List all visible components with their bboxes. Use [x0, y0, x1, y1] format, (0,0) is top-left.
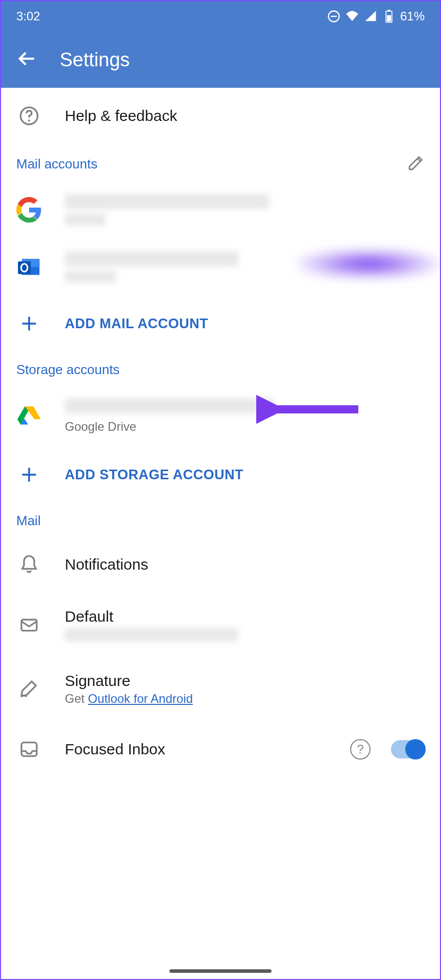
signature-sublabel: Get Outlook for Android [65, 692, 425, 706]
add-mail-label: ADD MAIL ACCOUNT [65, 316, 208, 332]
svg-rect-3 [388, 10, 390, 12]
help-feedback-row[interactable]: Help & feedback [1, 88, 440, 144]
gdrive-account-row[interactable]: Google Drive [1, 385, 440, 447]
mail-icon [16, 612, 42, 638]
do-not-disturb-icon [327, 9, 341, 23]
outlook-icon [16, 254, 42, 280]
nav-indicator [169, 969, 272, 973]
battery-icon [382, 9, 396, 23]
storage-accounts-title: Storage accounts [16, 362, 119, 378]
back-button[interactable] [16, 48, 37, 71]
plus-icon [16, 462, 42, 487]
edit-accounts-button[interactable] [407, 154, 425, 174]
svg-rect-4 [387, 15, 391, 21]
google-icon [16, 197, 42, 223]
default-row[interactable]: Default [1, 593, 440, 657]
storage-accounts-header: Storage accounts [1, 352, 440, 385]
app-header: Settings [1, 32, 440, 88]
google-account-row[interactable] [1, 181, 440, 238]
default-label: Default [65, 608, 425, 625]
outlook-android-link[interactable]: Outlook for Android [88, 692, 192, 705]
pencil-icon [407, 154, 425, 172]
focused-inbox-row[interactable]: Focused Inbox ? [1, 721, 440, 777]
mail-section-title: Mail [16, 513, 41, 529]
notifications-label: Notifications [65, 556, 425, 573]
svg-rect-17 [21, 620, 37, 631]
mail-section-header: Mail [1, 503, 440, 536]
page-title: Settings [60, 49, 130, 71]
bell-icon [16, 552, 42, 577]
settings-content: Help & feedback Mail accounts ADD MAIL A… [1, 88, 440, 979]
google-account-text [65, 194, 425, 226]
svg-point-7 [28, 119, 30, 121]
outlook-account-text [65, 251, 425, 283]
add-mail-account-button[interactable]: ADD MAIL ACCOUNT [1, 296, 440, 352]
add-storage-label: ADD STORAGE ACCOUNT [65, 467, 243, 483]
signature-icon [16, 676, 42, 702]
default-value-redacted [65, 628, 238, 642]
status-icons: 61% [327, 9, 425, 23]
notifications-row[interactable]: Notifications [1, 536, 440, 593]
mail-accounts-title: Mail accounts [16, 156, 97, 172]
focused-help-button[interactable]: ? [350, 739, 371, 760]
google-drive-icon [16, 403, 42, 429]
signature-label: Signature [65, 672, 425, 690]
focused-toggle[interactable] [391, 740, 425, 758]
help-label: Help & feedback [65, 107, 425, 125]
inbox-icon [16, 737, 42, 762]
signature-row[interactable]: Signature Get Outlook for Android [1, 657, 440, 721]
mail-accounts-header: Mail accounts [1, 144, 440, 181]
status-time: 3:02 [16, 9, 40, 23]
signal-icon [363, 9, 378, 23]
gdrive-sublabel: Google Drive [65, 420, 425, 434]
battery-percent: 61% [400, 9, 425, 23]
add-storage-account-button[interactable]: ADD STORAGE ACCOUNT [1, 447, 440, 503]
plus-icon [16, 311, 42, 336]
status-bar: 3:02 61% [1, 1, 440, 32]
help-icon [16, 103, 42, 129]
gdrive-email-redacted [65, 398, 274, 413]
focused-label: Focused Inbox [65, 741, 165, 758]
arrow-left-icon [16, 48, 37, 69]
wifi-icon [345, 9, 359, 23]
outlook-account-row[interactable] [1, 238, 440, 296]
